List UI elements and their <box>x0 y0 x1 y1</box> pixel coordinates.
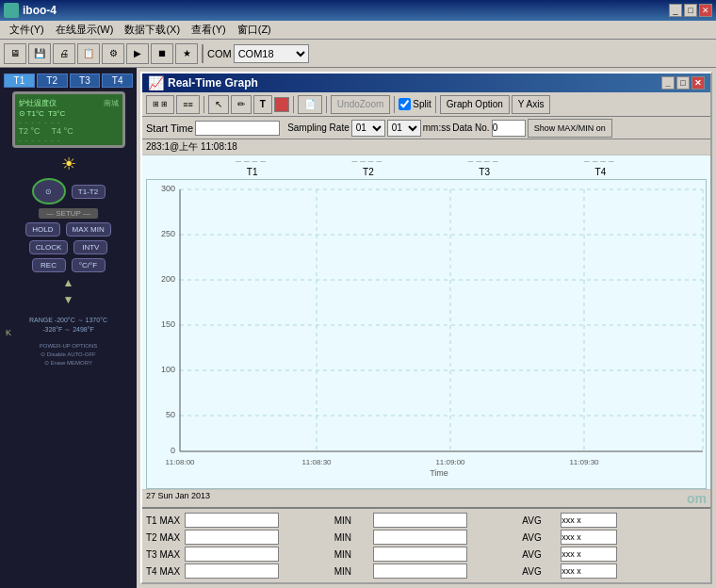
app-minimize-btn[interactable]: _ <box>669 4 682 17</box>
svg-text:Time: Time <box>430 468 448 478</box>
t3-max-input[interactable] <box>185 547 279 562</box>
toolbar-btn-star[interactable]: ★ <box>175 43 198 64</box>
start-time-label: Start Time <box>146 122 193 134</box>
stat-row-t2-max: T2 MAX <box>146 530 331 545</box>
t4-avg-label: AVG <box>522 566 558 577</box>
t2-min-input[interactable] <box>373 530 467 545</box>
toolbar-grid-btn[interactable]: ⊞ ⊞ <box>146 95 174 114</box>
sampling-select1[interactable]: 01 <box>351 120 385 137</box>
y-axis-btn[interactable]: Y Axis <box>512 95 551 114</box>
com-port-select[interactable]: COM18 <box>234 44 309 63</box>
stat-row-t2-avg: AVG <box>522 530 707 545</box>
toolbar-btn-play[interactable]: ▶ <box>126 43 149 64</box>
toolbar-text-btn[interactable]: T <box>253 95 272 114</box>
t3-avg-label: AVG <box>522 549 558 560</box>
toolbar-color-btn[interactable] <box>274 97 289 112</box>
btn-maxmin[interactable]: MAX MIN <box>66 222 111 237</box>
svg-text:200: 200 <box>161 274 175 284</box>
screen-title: 炉灶温度仪 <box>19 98 57 108</box>
channel-tab-t2[interactable]: T2 <box>37 74 68 88</box>
svg-text:150: 150 <box>161 319 175 329</box>
data-no-label: Data No. <box>452 122 489 133</box>
t4-min-label: MIN <box>334 566 370 577</box>
undo-zoom-btn[interactable]: UndoZoom <box>331 95 390 114</box>
channel-tab-t3[interactable]: T3 <box>70 74 101 88</box>
svg-text:50: 50 <box>166 410 175 419</box>
btn-circle[interactable]: ⊙ <box>32 178 66 204</box>
screen-temps: T2 °C T4 °C <box>19 126 119 136</box>
graph-title-left: 📈 Real-Time Graph <box>148 75 258 90</box>
start-time-input[interactable] <box>195 121 280 136</box>
toolbar-btn-4[interactable]: 📋 <box>77 43 100 64</box>
sampling-unit: mm:ss <box>423 122 450 133</box>
t4-min-input[interactable] <box>373 564 467 579</box>
t1-avg-input[interactable] <box>561 513 617 528</box>
btn-arrow-up[interactable]: ▲ <box>63 276 74 289</box>
btn-cf[interactable]: °C/°F <box>72 258 106 272</box>
split-checkbox[interactable] <box>399 98 411 110</box>
t1-max-input[interactable] <box>185 513 279 528</box>
graph-option-btn[interactable]: Graph Option <box>440 95 510 114</box>
screen-t3: T3°C <box>48 109 65 118</box>
show-max-btn[interactable]: Show MAX/MIN on <box>528 119 612 138</box>
t2-min-label: MIN <box>334 532 370 543</box>
svg-text:0: 0 <box>171 446 175 455</box>
btn-arrow-down[interactable]: ▼ <box>63 293 74 306</box>
toolbar-btn-1[interactable]: 🖥 <box>4 43 26 64</box>
ch-label-t3: ──── T3 <box>427 157 543 177</box>
t2-max-input[interactable] <box>185 530 279 545</box>
menu-download[interactable]: 数据下载(X) <box>119 22 186 38</box>
stat-row-t3-max: T3 MAX <box>146 547 331 562</box>
t4-avg-input[interactable] <box>561 564 617 579</box>
t2-avg-input[interactable] <box>561 530 617 545</box>
data-no-input[interactable] <box>492 120 526 137</box>
watermark-text: om <box>687 491 707 506</box>
channel-tabs: T1 T2 T3 T4 <box>4 74 133 88</box>
btn-t1t2[interactable]: T1-T2 <box>72 185 106 199</box>
t3-min-input[interactable] <box>373 547 467 562</box>
menu-view[interactable]: 查看(Y) <box>186 22 232 38</box>
menu-online[interactable]: 在线显示(W) <box>50 22 120 38</box>
toolbar-page-btn[interactable]: 📄 <box>298 95 322 114</box>
graph-minimize-btn[interactable]: _ <box>661 76 675 90</box>
menu-window[interactable]: 窗口(Z) <box>232 22 277 38</box>
toolbar-btn-stop[interactable]: ⏹ <box>151 43 173 64</box>
svg-text:250: 250 <box>161 229 175 238</box>
toolbar-btn-3[interactable]: 🖨 <box>53 43 75 64</box>
toolbar-pencil-btn[interactable]: ✏ <box>231 95 252 114</box>
svg-text:11:09:30: 11:09:30 <box>569 458 599 466</box>
toolbar-list-btn[interactable]: ≡≡ <box>176 95 200 114</box>
btn-clock[interactable]: CLOCK <box>29 240 69 254</box>
t3-avg-input[interactable] <box>561 547 617 562</box>
t1-min-label: MIN <box>334 515 370 526</box>
t1-min-input[interactable] <box>373 513 467 528</box>
t1-max-label: T1 MAX <box>146 515 182 526</box>
graph-close-btn[interactable]: ✕ <box>692 76 705 90</box>
app-maximize-btn[interactable]: □ <box>684 4 697 17</box>
app-title-bar: iboo-4 _ □ ✕ <box>0 0 716 21</box>
toolbar-separator <box>202 44 203 63</box>
ch-label-t2: ──── T2 <box>310 157 426 177</box>
graph-title-bar: 📈 Real-Time Graph _ □ ✕ <box>142 74 710 92</box>
btn-intv[interactable]: INTV <box>73 240 107 254</box>
t3-max-label: T3 MAX <box>146 549 182 560</box>
toolbar-cursor-btn[interactable]: ↖ <box>208 95 229 114</box>
screen-t2-label: T2 °C <box>19 126 41 136</box>
t2-avg-label: AVG <box>522 532 558 543</box>
graph-timestamp: 283:1@上午 11:08:18 <box>142 139 710 155</box>
sampling-select2[interactable]: 01 <box>387 120 421 137</box>
toolbar-btn-2[interactable]: 💾 <box>28 43 51 64</box>
t1-avg-label: AVG <box>522 515 558 526</box>
t4-max-input[interactable] <box>185 564 279 579</box>
ch-label-t1: ──── T1 <box>194 157 310 177</box>
sampling-area: Sampling Rate 01 01 mm:ss <box>287 120 450 137</box>
btn-hold[interactable]: HOLD <box>25 222 59 237</box>
app-close-btn[interactable]: ✕ <box>699 4 712 17</box>
toolbar-btn-5[interactable]: ⚙ <box>102 43 124 64</box>
menu-file[interactable]: 文件(Y) <box>4 22 50 38</box>
btn-rec[interactable]: REC <box>32 258 66 272</box>
channel-tab-t1[interactable]: T1 <box>4 74 35 88</box>
channel-tab-t4[interactable]: T4 <box>102 74 133 88</box>
screen-dashes2: - - - - - - - <box>19 136 119 144</box>
graph-maximize-btn[interactable]: □ <box>676 76 690 90</box>
